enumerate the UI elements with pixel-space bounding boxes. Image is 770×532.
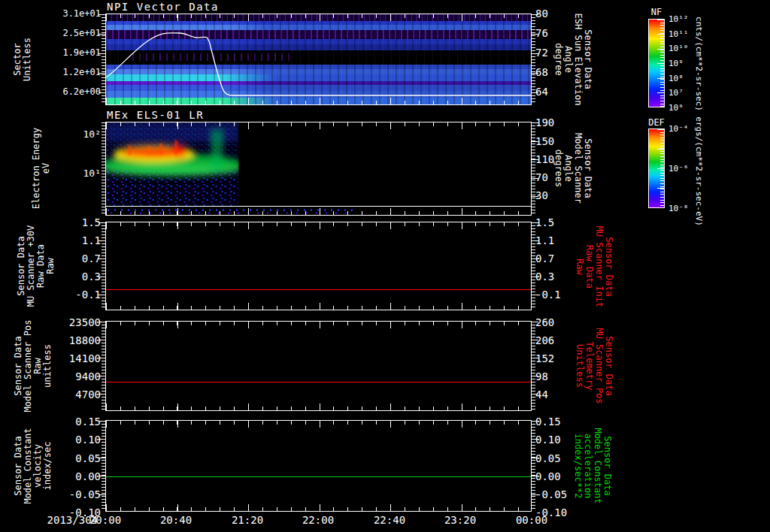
panel3-left-title: Sensor Data MU Scanner +30V Raw Data Raw xyxy=(17,225,56,307)
tick-label: 98 xyxy=(535,370,581,382)
tick-label: 2.5e+01 xyxy=(0,28,102,38)
tick-label: 0.3 xyxy=(535,271,581,283)
panel1-npi-spectrogram xyxy=(105,14,532,105)
els-heatmap xyxy=(106,122,531,215)
npi-heatmap xyxy=(106,14,531,104)
panel4-right-title: Sensor Data MU Scanner Pos Telemetry Uni… xyxy=(574,328,614,404)
colorbar-nf-unit: cnts/(cm**2-sr-sec) xyxy=(694,17,704,111)
panel5-model-constant-velocity xyxy=(105,420,532,512)
panel5-left-title: Sensor Data Model Constant velocity inde… xyxy=(14,428,53,503)
tick-label: 260 xyxy=(535,316,581,328)
time-tick-label: 21:20 xyxy=(232,514,263,526)
plot-figure: NPI Vector Data xyxy=(0,0,770,532)
panel3-right-axis: 1.5 1.1 0.7 0.3 -0.1 xyxy=(535,222,581,310)
tick-label: 1.1 xyxy=(535,234,581,246)
panel1-left-title: Sector Unitless xyxy=(13,38,32,81)
tick-label: 3.1e+01 xyxy=(0,8,102,19)
date-label: 2013/304 xyxy=(23,514,98,526)
time-tick-label: 23:20 xyxy=(444,514,476,526)
tick-label: 1.5 xyxy=(535,216,581,228)
tick-label: 190 xyxy=(535,116,581,128)
velocity-line xyxy=(106,476,531,477)
els-subpanel-divider xyxy=(106,206,531,207)
tick-label: 0.15 xyxy=(0,416,102,428)
tick-label: 10¹ xyxy=(0,168,102,179)
panel2-title: MEx ELS-01 LR xyxy=(107,109,204,121)
panel2-right-title: Sensor Data Model Scanner Angle degrees xyxy=(553,133,593,204)
colorbar-nf xyxy=(648,19,665,107)
time-tick-label: 20:00 xyxy=(89,514,121,526)
colorbar-def-unit: ergs/(cm**2-sr-sec-eV) xyxy=(694,116,704,226)
sun-elevation-curve xyxy=(106,14,531,104)
tick-label: 10² xyxy=(0,128,102,140)
tick-label: 6.2e+00 xyxy=(0,86,102,97)
panel2-left-title: Electron Energy eV xyxy=(32,128,51,209)
panel4-model-scanner-pos xyxy=(105,321,532,411)
tick-label: 152 xyxy=(535,352,581,364)
tick-label: 0.15 xyxy=(535,416,581,428)
mu-scanner-30v-line xyxy=(106,289,531,290)
panel2-els-spectrogram xyxy=(105,122,532,216)
scanner-pos-line xyxy=(106,382,531,382)
panel3-mu-scanner-30v xyxy=(105,222,532,310)
panel4-right-axis: 260 206 152 98 44 xyxy=(535,321,581,411)
panel1-right-title: Sensor Data ESH Sun Elevation Angle degr… xyxy=(553,14,593,106)
colorbar-def xyxy=(648,128,665,208)
time-tick-label: 22:40 xyxy=(374,514,405,526)
panel5-right-title: Sensor Data Model Constant acceleration … xyxy=(573,428,612,503)
panel1-title: NPI Vector Data xyxy=(107,1,219,13)
time-tick-label: 22:00 xyxy=(302,514,334,526)
time-tick-label: 20:40 xyxy=(160,514,192,526)
time-axis: 2013/304 20:00 20:40 21:20 22:00 22:40 2… xyxy=(0,514,770,530)
tick-label: 0.7 xyxy=(535,252,581,264)
time-tick-label: 00:00 xyxy=(516,514,547,526)
panel3-right-title: Sensor Data MU Scanner Init Raw Data Raw xyxy=(574,226,614,307)
els-energy-spectrogram xyxy=(106,122,531,206)
panel4-left-title: Sensor Data Model Scanner Pos Raw unitle… xyxy=(14,320,53,413)
tick-label: -0.1 xyxy=(535,289,581,301)
tick-label: 44 xyxy=(535,388,581,401)
panel2-left-axis: 10² 10¹ xyxy=(0,122,102,216)
tick-label: 206 xyxy=(535,334,581,346)
